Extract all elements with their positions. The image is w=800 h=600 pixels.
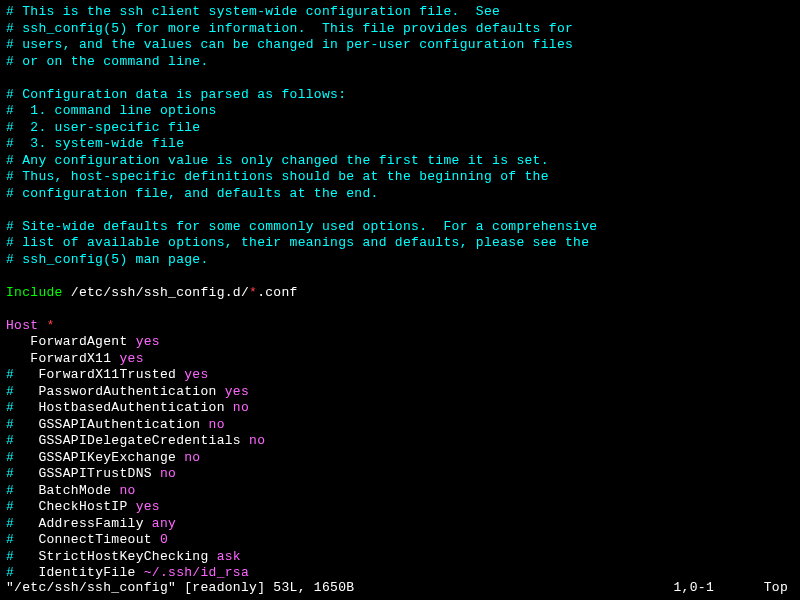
editor-line: # PasswordAuthentication yes <box>6 384 794 401</box>
editor-line: # Site-wide defaults for some commonly u… <box>6 219 794 236</box>
editor-line: # StrictHostKeyChecking ask <box>6 549 794 566</box>
editor-line: # GSSAPIAuthentication no <box>6 417 794 434</box>
editor-line: ForwardAgent yes <box>6 334 794 351</box>
editor-line: # This is the ssh client system-wide con… <box>6 4 794 21</box>
editor-line: # CheckHostIP yes <box>6 499 794 516</box>
editor-line: # GSSAPIDelegateCredentials no <box>6 433 794 450</box>
status-info: 53L, 1650B <box>273 580 354 595</box>
editor-line: Host * <box>6 318 794 335</box>
editor-line <box>6 268 794 285</box>
editor-line <box>6 202 794 219</box>
status-bar: "/etc/ssh/ssh_config" [readonly] 53L, 16… <box>6 580 794 597</box>
editor-line: # list of available options, their meani… <box>6 235 794 252</box>
editor-viewport[interactable]: # This is the ssh client system-wide con… <box>6 4 794 582</box>
editor-line <box>6 70 794 87</box>
editor-line: ForwardX11 yes <box>6 351 794 368</box>
editor-line: # Thus, host-specific definitions should… <box>6 169 794 186</box>
editor-line: Include /etc/ssh/ssh_config.d/*.conf <box>6 285 794 302</box>
editor-line <box>6 301 794 318</box>
editor-line: # BatchMode no <box>6 483 794 500</box>
editor-line: # ssh_config(5) man page. <box>6 252 794 269</box>
editor-line: # ForwardX11Trusted yes <box>6 367 794 384</box>
status-scroll-loc: Top <box>764 580 788 597</box>
editor-line: # users, and the values can be changed i… <box>6 37 794 54</box>
editor-line: # 2. user-specific file <box>6 120 794 137</box>
status-filename: "/etc/ssh/ssh_config" <box>6 580 176 595</box>
editor-line: # or on the command line. <box>6 54 794 71</box>
editor-line: # AddressFamily any <box>6 516 794 533</box>
editor-line: # 3. system-wide file <box>6 136 794 153</box>
editor-line: # HostbasedAuthentication no <box>6 400 794 417</box>
editor-line: # configuration file, and defaults at th… <box>6 186 794 203</box>
editor-line: # ssh_config(5) for more information. Th… <box>6 21 794 38</box>
editor-line: # Any configuration value is only change… <box>6 153 794 170</box>
editor-line: # GSSAPIKeyExchange no <box>6 450 794 467</box>
editor-line: # Configuration data is parsed as follow… <box>6 87 794 104</box>
status-readonly: [readonly] <box>176 580 273 595</box>
editor-line: # ConnectTimeout 0 <box>6 532 794 549</box>
editor-line: # 1. command line options <box>6 103 794 120</box>
editor-line: # GSSAPITrustDNS no <box>6 466 794 483</box>
